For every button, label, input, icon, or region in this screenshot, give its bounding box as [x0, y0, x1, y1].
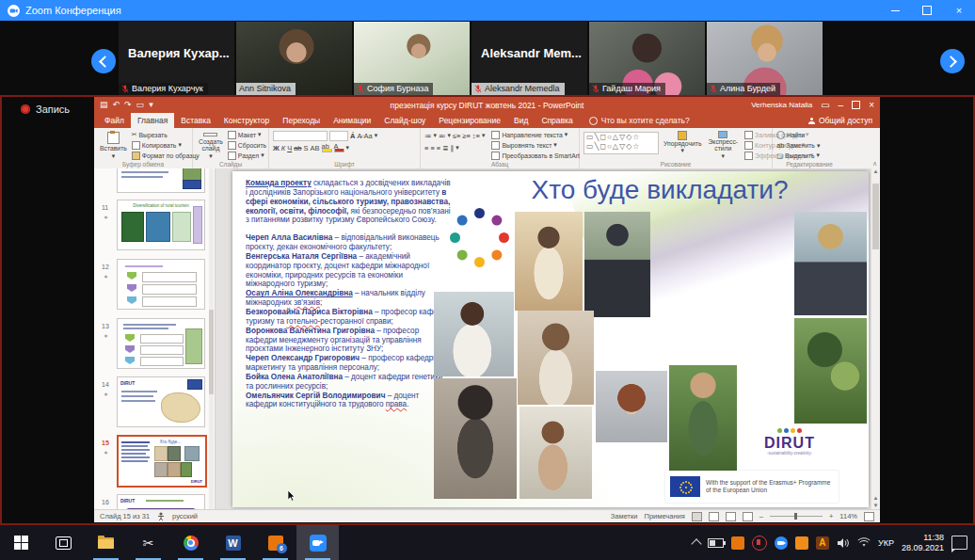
slide-thumbnail-13[interactable]: [117, 318, 205, 369]
next-slide-icon[interactable]: ▼: [873, 503, 879, 508]
scrollbar-thumb[interactable]: [872, 184, 879, 249]
collapse-ribbon-icon[interactable]: ∧: [872, 160, 877, 168]
participant-tile[interactable]: Валерия Кухар... Валерия Кухарчук: [119, 22, 234, 95]
decrease-indent-button[interactable]: ≤≡: [453, 132, 461, 140]
participant-tile[interactable]: Алина Бурдей: [707, 22, 823, 95]
previous-slide-icon[interactable]: ▲: [873, 495, 879, 501]
numbering-button[interactable]: ≕: [439, 132, 446, 140]
decrease-font-icon[interactable]: А̷: [357, 132, 361, 140]
bold-button[interactable]: Ж: [273, 144, 280, 152]
participant-tile[interactable]: Гайдаш Мария: [589, 22, 705, 95]
tray-a-app-icon[interactable]: A: [816, 536, 829, 550]
slide-thumbnail-12[interactable]: [117, 259, 205, 310]
tab-design[interactable]: Конструктор: [217, 113, 276, 128]
comments-button[interactable]: Примечания: [644, 512, 684, 520]
participant-tile[interactable]: Ann Sitnikova: [236, 22, 352, 95]
zoom-level[interactable]: 114%: [839, 512, 857, 520]
align-text-button[interactable]: Выровнять текст▾: [491, 140, 579, 150]
align-right-button[interactable]: ≡: [437, 144, 440, 152]
tab-help[interactable]: Справка: [535, 113, 579, 128]
start-slideshow-icon[interactable]: ▭: [136, 101, 145, 109]
word-button[interactable]: W: [212, 525, 254, 560]
next-participants-button[interactable]: [940, 49, 965, 73]
increase-font-icon[interactable]: А́: [350, 132, 355, 140]
char-spacing-button[interactable]: АВ: [311, 144, 320, 152]
ppt-restore-button[interactable]: [852, 101, 860, 109]
fit-to-window-button[interactable]: [864, 512, 874, 521]
font-color-button[interactable]: А: [334, 144, 344, 152]
font-size-input[interactable]: [329, 131, 348, 141]
slide-sorter-view-button[interactable]: [709, 512, 719, 521]
recording-indicator[interactable]: Запись: [21, 104, 70, 115]
quick-access-toolbar[interactable]: ▤ ↶ ↷ ▭ ▾: [100, 101, 153, 109]
reset-button[interactable]: Сбросить: [228, 140, 266, 150]
bullets-button[interactable]: ≔: [424, 132, 432, 140]
cut-button[interactable]: ✂Вырезать: [132, 130, 200, 139]
language-indicator[interactable]: русский: [172, 512, 198, 520]
wifi-icon[interactable]: [857, 537, 871, 548]
paste-button[interactable]: Вставить▾: [98, 130, 129, 160]
tray-orange-app-icon[interactable]: [731, 536, 744, 550]
notes-button[interactable]: Заметки: [611, 512, 638, 520]
ribbon-display-options-icon[interactable]: ▭: [821, 101, 829, 110]
shadow-button[interactable]: S: [304, 144, 309, 152]
underline-button[interactable]: Ч: [287, 144, 292, 152]
slide-thumbnail-11[interactable]: Diversification of rural tourism: [117, 200, 205, 250]
columns-button[interactable]: ∥: [450, 144, 454, 152]
slide-canvas[interactable]: Хто буде викладати? Команда проекту скла…: [232, 171, 869, 507]
replace-button[interactable]: abЗаменить▾: [776, 141, 820, 151]
reading-view-button[interactable]: [726, 512, 736, 521]
slide-vertical-scrollbar[interactable]: ▲ ▲ ▼: [871, 168, 880, 510]
find-button[interactable]: Найти: [776, 131, 820, 140]
previous-participants-button[interactable]: [91, 49, 116, 73]
slide-indicator[interactable]: Слайд 15 из 31: [100, 512, 150, 520]
account-name[interactable]: Verhenska Natalia: [751, 101, 812, 109]
tab-transitions[interactable]: Переходы: [276, 113, 327, 128]
slide-thumbnail-14[interactable]: DIRUT: [117, 376, 205, 427]
strikethrough-button[interactable]: ab: [294, 144, 301, 152]
clock[interactable]: 11:38 28.09.2021: [902, 533, 944, 552]
undo-icon[interactable]: ↶: [113, 101, 120, 109]
tray-red-app-icon[interactable]: [752, 536, 767, 551]
action-center-icon[interactable]: [951, 536, 967, 550]
hidden-icons-chevron[interactable]: [691, 538, 701, 549]
align-center-button[interactable]: ≡: [430, 144, 434, 152]
shapes-gallery[interactable]: ▭╲◻○△▽◇☆ ▭╲◻○△▽◇☆: [583, 132, 659, 154]
battery-icon[interactable]: [708, 538, 724, 548]
tab-view[interactable]: Вид: [507, 113, 535, 128]
quick-styles-button[interactable]: Экспресс-стили▾: [706, 130, 740, 160]
convert-smartart-button[interactable]: Преобразовать в SmartArt: [491, 151, 579, 160]
snipping-tool-button[interactable]: ✂: [127, 525, 169, 560]
line-spacing-button[interactable]: ↕≡: [472, 132, 480, 140]
italic-button[interactable]: К: [281, 144, 285, 152]
speaker-icon[interactable]: [837, 537, 850, 549]
file-explorer-button[interactable]: [85, 525, 127, 560]
thumbnail-scrollbar[interactable]: [209, 168, 214, 510]
redo-icon[interactable]: ↷: [124, 101, 132, 109]
share-button[interactable]: Общий доступ: [808, 113, 872, 128]
minimize-button[interactable]: [879, 0, 911, 21]
tab-file[interactable]: Файл: [98, 113, 131, 128]
maximize-button[interactable]: [911, 0, 943, 21]
ppt-minimize-button[interactable]: –: [839, 101, 844, 110]
clear-format-icon[interactable]: Аа: [363, 132, 372, 140]
increase-indent-button[interactable]: ≥≡: [462, 132, 471, 140]
photo-app-button[interactable]: 6: [254, 525, 296, 560]
participant-tile[interactable]: Aleksandr Mem... Aleksandr Memedla: [472, 22, 587, 95]
zoom-out-button[interactable]: –: [759, 512, 763, 520]
justify-button[interactable]: ≣: [442, 144, 448, 152]
tray-zoom-icon[interactable]: [775, 536, 788, 550]
ppt-close-button[interactable]: ×: [869, 101, 874, 110]
normal-view-button[interactable]: [692, 512, 702, 521]
tab-animations[interactable]: Анимации: [327, 113, 377, 128]
qat-dropdown-icon[interactable]: ▾: [149, 101, 153, 109]
new-slide-button[interactable]: Создать слайд▾: [197, 130, 225, 160]
slide-thumbnail-16[interactable]: DIRUT: [117, 494, 205, 510]
language-indicator[interactable]: УКР: [878, 538, 894, 548]
tab-insert[interactable]: Вставка: [174, 113, 217, 128]
chrome-button[interactable]: [169, 525, 212, 560]
tab-review[interactable]: Рецензирование: [432, 113, 507, 128]
start-button[interactable]: [0, 525, 42, 560]
zoom-slider[interactable]: [770, 516, 823, 517]
tab-home[interactable]: Главная: [131, 113, 174, 128]
